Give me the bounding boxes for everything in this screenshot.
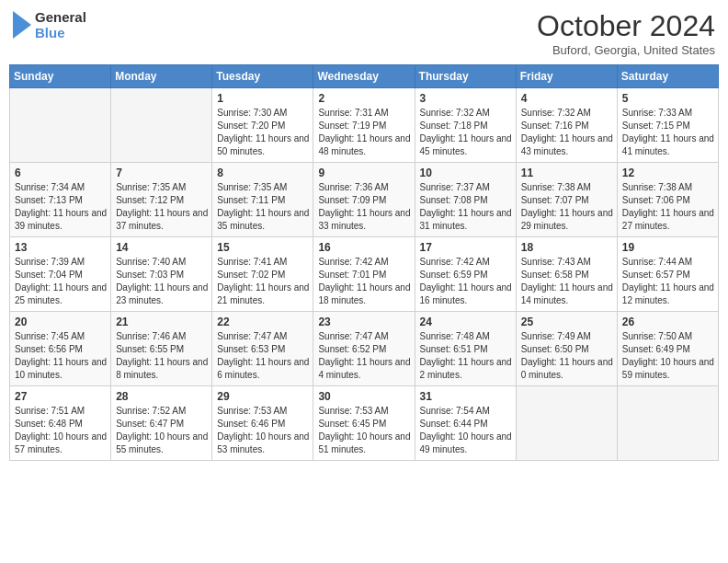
calendar-cell: 10Sunrise: 7:37 AMSunset: 7:08 PMDayligh… (415, 163, 516, 237)
day-info: Sunrise: 7:46 AMSunset: 6:55 PMDaylight:… (116, 330, 208, 382)
calendar-cell: 19Sunrise: 7:44 AMSunset: 6:57 PMDayligh… (617, 237, 718, 312)
day-number: 12 (622, 167, 714, 179)
day-number: 26 (622, 316, 714, 328)
day-info: Sunrise: 7:39 AMSunset: 7:04 PMDaylight:… (15, 256, 107, 307)
day-number: 15 (217, 241, 309, 254)
day-number: 23 (318, 316, 410, 328)
calendar-cell: 9Sunrise: 7:36 AMSunset: 7:09 PMDaylight… (313, 163, 415, 237)
logo-line1: General (35, 9, 86, 25)
calendar-cell: 25Sunrise: 7:49 AMSunset: 6:50 PMDayligh… (516, 312, 617, 386)
day-number: 27 (15, 390, 107, 403)
day-number: 7 (116, 167, 208, 179)
col-header-wednesday: Wednesday (313, 65, 415, 88)
calendar-cell: 24Sunrise: 7:48 AMSunset: 6:51 PMDayligh… (415, 312, 516, 386)
day-number: 5 (622, 92, 714, 105)
col-header-sunday: Sunday (10, 65, 111, 88)
day-info: Sunrise: 7:31 AMSunset: 7:19 PMDaylight:… (318, 107, 410, 158)
day-info: Sunrise: 7:52 AMSunset: 6:47 PMDaylight:… (116, 405, 208, 456)
day-info: Sunrise: 7:42 AMSunset: 7:01 PMDaylight:… (318, 256, 410, 307)
logo-container: General Blue (13, 9, 86, 41)
day-info: Sunrise: 7:35 AMSunset: 7:12 PMDaylight:… (116, 181, 208, 233)
day-number: 31 (420, 390, 512, 403)
calendar-cell: 26Sunrise: 7:50 AMSunset: 6:49 PMDayligh… (617, 312, 718, 386)
day-number: 30 (318, 390, 410, 403)
day-info: Sunrise: 7:33 AMSunset: 7:15 PMDaylight:… (622, 107, 714, 158)
day-number: 22 (217, 316, 309, 328)
calendar-cell: 29Sunrise: 7:53 AMSunset: 6:46 PMDayligh… (212, 386, 313, 461)
day-info: Sunrise: 7:30 AMSunset: 7:20 PMDaylight:… (217, 107, 309, 158)
day-info: Sunrise: 7:47 AMSunset: 6:53 PMDaylight:… (217, 330, 309, 382)
calendar-table: SundayMondayTuesdayWednesdayThursdayFrid… (9, 64, 719, 461)
calendar-cell: 28Sunrise: 7:52 AMSunset: 6:47 PMDayligh… (111, 386, 212, 461)
calendar-cell: 23Sunrise: 7:47 AMSunset: 6:52 PMDayligh… (313, 312, 415, 386)
logo-line2: Blue (35, 25, 86, 40)
calendar-cell (617, 386, 718, 461)
logo: General Blue (13, 9, 86, 41)
calendar-cell: 4Sunrise: 7:32 AMSunset: 7:16 PMDaylight… (516, 88, 617, 163)
calendar-cell: 22Sunrise: 7:47 AMSunset: 6:53 PMDayligh… (212, 312, 313, 386)
week-row-2: 6Sunrise: 7:34 AMSunset: 7:13 PMDaylight… (10, 163, 719, 237)
calendar-cell: 11Sunrise: 7:38 AMSunset: 7:07 PMDayligh… (516, 163, 617, 237)
calendar-cell: 20Sunrise: 7:45 AMSunset: 6:56 PMDayligh… (10, 312, 111, 386)
day-info: Sunrise: 7:50 AMSunset: 6:49 PMDaylight:… (622, 330, 714, 382)
day-info: Sunrise: 7:40 AMSunset: 7:03 PMDaylight:… (116, 256, 208, 307)
day-info: Sunrise: 7:43 AMSunset: 6:58 PMDaylight:… (521, 256, 613, 307)
day-number: 11 (521, 167, 613, 179)
col-header-friday: Friday (516, 65, 617, 88)
col-header-monday: Monday (111, 65, 212, 88)
day-info: Sunrise: 7:48 AMSunset: 6:51 PMDaylight:… (420, 330, 512, 382)
calendar-cell: 12Sunrise: 7:38 AMSunset: 7:06 PMDayligh… (617, 163, 718, 237)
calendar-cell: 21Sunrise: 7:46 AMSunset: 6:55 PMDayligh… (111, 312, 212, 386)
day-info: Sunrise: 7:44 AMSunset: 6:57 PMDaylight:… (622, 256, 714, 307)
page-header: General Blue October 2024 Buford, Georgi… (9, 9, 719, 57)
day-info: Sunrise: 7:53 AMSunset: 6:46 PMDaylight:… (217, 405, 309, 456)
calendar-cell: 15Sunrise: 7:41 AMSunset: 7:02 PMDayligh… (212, 237, 313, 312)
day-number: 29 (217, 390, 309, 403)
day-number: 4 (521, 92, 613, 105)
calendar-cell (111, 88, 212, 163)
day-number: 25 (521, 316, 613, 328)
day-info: Sunrise: 7:53 AMSunset: 6:45 PMDaylight:… (318, 405, 410, 456)
day-info: Sunrise: 7:47 AMSunset: 6:52 PMDaylight:… (318, 330, 410, 382)
day-number: 14 (116, 241, 208, 254)
day-number: 17 (420, 241, 512, 254)
week-row-5: 27Sunrise: 7:51 AMSunset: 6:48 PMDayligh… (10, 386, 719, 461)
day-info: Sunrise: 7:51 AMSunset: 6:48 PMDaylight:… (15, 405, 107, 456)
day-number: 3 (420, 92, 512, 105)
day-info: Sunrise: 7:32 AMSunset: 7:18 PMDaylight:… (420, 107, 512, 158)
calendar-cell (10, 88, 111, 163)
day-number: 24 (420, 316, 512, 328)
calendar-cell: 2Sunrise: 7:31 AMSunset: 7:19 PMDaylight… (313, 88, 415, 163)
calendar-cell: 30Sunrise: 7:53 AMSunset: 6:45 PMDayligh… (313, 386, 415, 461)
day-info: Sunrise: 7:37 AMSunset: 7:08 PMDaylight:… (420, 181, 512, 233)
day-number: 16 (318, 241, 410, 254)
col-header-saturday: Saturday (617, 65, 718, 88)
week-row-4: 20Sunrise: 7:45 AMSunset: 6:56 PMDayligh… (10, 312, 719, 386)
day-info: Sunrise: 7:32 AMSunset: 7:16 PMDaylight:… (521, 107, 613, 158)
calendar-cell: 7Sunrise: 7:35 AMSunset: 7:12 PMDaylight… (111, 163, 212, 237)
calendar-cell: 8Sunrise: 7:35 AMSunset: 7:11 PMDaylight… (212, 163, 313, 237)
day-info: Sunrise: 7:38 AMSunset: 7:06 PMDaylight:… (622, 181, 714, 233)
calendar-cell: 3Sunrise: 7:32 AMSunset: 7:18 PMDaylight… (415, 88, 516, 163)
day-number: 19 (622, 241, 714, 254)
header-row: SundayMondayTuesdayWednesdayThursdayFrid… (10, 65, 719, 88)
day-number: 8 (217, 167, 309, 179)
calendar-cell: 18Sunrise: 7:43 AMSunset: 6:58 PMDayligh… (516, 237, 617, 312)
col-header-thursday: Thursday (415, 65, 516, 88)
calendar-cell: 27Sunrise: 7:51 AMSunset: 6:48 PMDayligh… (10, 386, 111, 461)
calendar-cell: 14Sunrise: 7:40 AMSunset: 7:03 PMDayligh… (111, 237, 212, 312)
day-info: Sunrise: 7:34 AMSunset: 7:13 PMDaylight:… (15, 181, 107, 233)
day-number: 18 (521, 241, 613, 254)
day-info: Sunrise: 7:49 AMSunset: 6:50 PMDaylight:… (521, 330, 613, 382)
day-number: 28 (116, 390, 208, 403)
day-number: 6 (15, 167, 107, 179)
calendar-cell: 17Sunrise: 7:42 AMSunset: 6:59 PMDayligh… (415, 237, 516, 312)
day-number: 20 (15, 316, 107, 328)
day-info: Sunrise: 7:42 AMSunset: 6:59 PMDaylight:… (420, 256, 512, 307)
col-header-tuesday: Tuesday (212, 65, 313, 88)
day-number: 1 (217, 92, 309, 105)
day-number: 10 (420, 167, 512, 179)
day-info: Sunrise: 7:38 AMSunset: 7:07 PMDaylight:… (521, 181, 613, 233)
calendar-cell: 6Sunrise: 7:34 AMSunset: 7:13 PMDaylight… (10, 163, 111, 237)
calendar-cell: 5Sunrise: 7:33 AMSunset: 7:15 PMDaylight… (617, 88, 718, 163)
